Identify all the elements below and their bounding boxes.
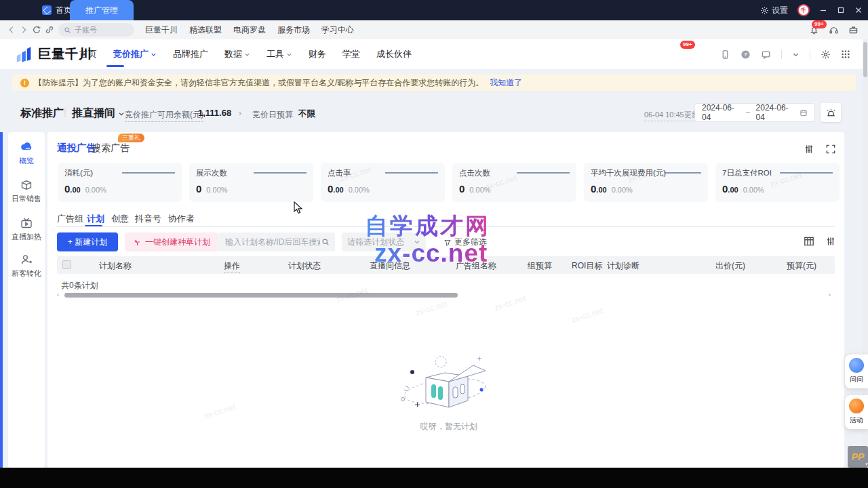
- plan-search-input[interactable]: [224, 237, 321, 247]
- nav-item-tools[interactable]: 工具: [267, 48, 292, 60]
- banner-acknowledge-link[interactable]: 我知道了: [490, 77, 522, 89]
- nav-item-bidding[interactable]: 竞价推广: [113, 48, 157, 60]
- balance-label: 竞价推广可用余额(元): [125, 109, 203, 122]
- date-start: 2024-06-04: [702, 103, 741, 122]
- toolbar-link-jingxuan[interactable]: 精选联盟: [189, 24, 222, 36]
- daily-budget-value: 不限: [298, 108, 315, 120]
- horizontal-scrollbar[interactable]: [64, 293, 458, 298]
- nav-item-partner[interactable]: 成长伙伴: [376, 48, 412, 60]
- nav-item-home[interactable]: 首页: [79, 48, 97, 60]
- bell-badge: 99+: [812, 20, 827, 28]
- link-icon[interactable]: [45, 25, 54, 35]
- plan-count-text: 共0条计划: [61, 280, 98, 291]
- seed-plan-button[interactable]: 一键创建种草计划: [125, 232, 218, 251]
- titlebar-settings-button[interactable]: 设置: [760, 5, 788, 16]
- search-icon[interactable]: [321, 238, 330, 246]
- promotion-mode-selector[interactable]: 推直播间: [72, 106, 125, 121]
- sidebar-item-daily-sales[interactable]: 日常销售: [8, 178, 45, 204]
- col-actions[interactable]: 操作: [224, 260, 240, 273]
- customer-service-icon[interactable]: [829, 25, 839, 35]
- toolbar-link-market[interactable]: 服务市场: [277, 24, 310, 36]
- back-icon[interactable]: [7, 25, 16, 35]
- metrics-settings-icon[interactable]: [803, 143, 815, 155]
- col-plan-status[interactable]: 计划状态: [288, 260, 321, 272]
- toolbar-link-learn[interactable]: 学习中心: [321, 24, 354, 36]
- stat-card-cost[interactable]: 消耗(元) 0.000.00%: [58, 163, 182, 202]
- float-ask-assistant[interactable]: 问问: [845, 354, 868, 388]
- balance-more-chevron[interactable]: ›: [239, 108, 241, 118]
- refresh-icon[interactable]: [32, 25, 41, 35]
- minimize-icon[interactable]: [819, 6, 827, 14]
- col-plan-diagnosis[interactable]: 计划诊断: [607, 260, 639, 272]
- message-icon[interactable]: [761, 49, 771, 60]
- subtab-ad-groups[interactable]: 广告组: [57, 213, 83, 225]
- title-divider: |: [64, 106, 66, 117]
- subtab-plans[interactable]: 计划: [87, 213, 104, 225]
- date-range-picker[interactable]: 2024-06-04 ~ 2024-06-04: [694, 103, 815, 122]
- plan-search-box[interactable]: [218, 232, 335, 251]
- workbench-icon[interactable]: [848, 25, 859, 35]
- forward-icon[interactable]: [19, 25, 28, 35]
- col-group-budget[interactable]: 组预算: [528, 260, 552, 272]
- maximize-icon[interactable]: [837, 6, 845, 14]
- sidebar-item-live-heating[interactable]: 直播加热: [8, 216, 45, 242]
- alert-subscription-button[interactable]: [821, 103, 841, 122]
- nav-item-data[interactable]: 数据: [224, 48, 250, 60]
- browser-tab-home[interactable]: 首页: [42, 0, 72, 20]
- page-scrollbar-thumb[interactable]: [863, 42, 867, 77]
- close-icon[interactable]: [854, 6, 863, 14]
- browser-search-box[interactable]: 子账号: [58, 23, 134, 37]
- person-convert-icon: [20, 253, 33, 266]
- qianchuan-bars-icon: [15, 45, 34, 63]
- subtab-creatives[interactable]: 创意: [111, 213, 129, 225]
- float-activity[interactable]: 活动: [845, 395, 868, 429]
- pp-overlay-logo[interactable]: PP ▾: [848, 446, 868, 468]
- mini-sidebar: 概览 日常销售 直播加热 新客转化: [8, 132, 45, 468]
- search-icon: [64, 26, 71, 34]
- col-roi-target[interactable]: ROI目标: [572, 260, 602, 272]
- account-avatar[interactable]: 千: [797, 4, 810, 16]
- nav-item-finance[interactable]: 财务: [309, 48, 326, 60]
- nav-item-brand[interactable]: 品牌推广: [173, 48, 208, 60]
- nav-item-school[interactable]: 学堂: [342, 48, 360, 60]
- col-budget[interactable]: 预算(元): [787, 260, 816, 272]
- tab-search-ads[interactable]: 搜索广告: [92, 142, 130, 155]
- sparkline: [254, 172, 307, 174]
- sparkline: [517, 172, 570, 174]
- page-title: 标准推广: [20, 106, 64, 121]
- select-all-checkbox[interactable]: [62, 260, 71, 269]
- stat-card-impressions[interactable]: 展示次数 00.00%: [189, 163, 313, 202]
- col-bid[interactable]: 出价(元): [715, 260, 745, 272]
- col-plan-name[interactable]: 计划名称: [99, 260, 132, 272]
- hscroll-left-arrow[interactable]: ‹: [57, 291, 59, 298]
- subtab-collaborators[interactable]: 协作者: [168, 213, 195, 225]
- empty-state: 哎呀，暂无计划: [395, 350, 503, 432]
- overview-cloud-icon: [20, 140, 33, 154]
- help-icon[interactable]: ?: [741, 49, 751, 60]
- empty-box-illustration: [395, 350, 496, 417]
- stat-card-ctr[interactable]: 点击率 0.000.00%: [321, 163, 445, 202]
- sidebar-item-new-customer[interactable]: 新客转化: [8, 253, 45, 279]
- table-filter-icon[interactable]: [825, 235, 837, 247]
- date-end: 2024-06-04: [756, 103, 795, 122]
- toolbar-link-luopan[interactable]: 电商罗盘: [233, 24, 266, 36]
- apps-grid-icon[interactable]: [841, 49, 850, 59]
- tab-general-ads[interactable]: 通投广告: [57, 142, 96, 155]
- fullscreen-icon[interactable]: [825, 143, 837, 155]
- stat-card-cpm[interactable]: 平均千次展现费用(元) 0.000.00%: [584, 163, 708, 202]
- subtab-douyin[interactable]: 抖音号: [135, 213, 161, 225]
- sidebar-item-overview[interactable]: 概览: [8, 140, 45, 166]
- date-separator: ~: [746, 108, 751, 117]
- account-dropdown-icon[interactable]: [792, 51, 800, 58]
- column-settings-icon[interactable]: [803, 235, 815, 247]
- mobile-app-icon[interactable]: [720, 49, 730, 60]
- toolbar-link-qianchuan[interactable]: 巨量千川: [145, 24, 178, 36]
- browser-tab-promotion-active[interactable]: 推广管理: [70, 0, 134, 20]
- hscroll-right-arrow[interactable]: ›: [829, 291, 831, 298]
- fraud-warning-banner: ! 【防诈提示】为了您的账户和资金安全，请勿轻信非官方充值渠道，或假冒平台名义/…: [12, 75, 856, 91]
- assistant-mascot-icon: [849, 358, 864, 373]
- new-plan-button[interactable]: + 新建计划: [57, 232, 118, 251]
- watermark-line1: 自学成才网: [365, 211, 490, 242]
- nav-settings-icon[interactable]: [821, 49, 831, 60]
- mouse-cursor: [294, 201, 304, 215]
